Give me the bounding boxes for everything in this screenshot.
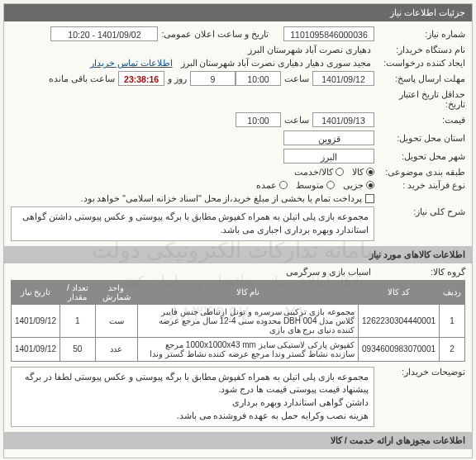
buyer-notes-label: توضیحات خریدار:: [374, 367, 465, 377]
th-row: ردیف: [440, 280, 465, 304]
group-topic-label: طبقه بندی موضوعی:: [374, 167, 465, 177]
price-label: قیمت:: [374, 115, 465, 125]
items-table: ردیف کد کالا نام کالا واحد شمارش تعداد /…: [11, 280, 465, 362]
table-row: 1 1262230304440001 مجموعه بازی ترکیبی سر…: [12, 304, 465, 337]
goods-group-label: گروه کالا:: [374, 267, 465, 277]
th-qty: تعداد / مقدار: [60, 280, 96, 304]
items-section-header: اطلاعات کالاهای مورد نیاز: [4, 246, 472, 263]
province-value: قزوین: [283, 130, 374, 145]
contact-link[interactable]: اطلاعات تماس خریدار: [90, 58, 173, 68]
hour-label-2: ساعت: [281, 115, 312, 125]
pay-checkbox[interactable]: [365, 194, 374, 203]
need-no-label: شماره نیاز:: [374, 29, 465, 39]
city-label: شهر محل تحویل:: [374, 151, 465, 161]
table-header-row: ردیف کد کالا نام کالا واحد شمارش تعداد /…: [12, 280, 465, 304]
province-label: استان محل تحویل:: [374, 133, 465, 143]
days-remain: 9: [190, 71, 236, 86]
th-unit: واحد شمارش: [95, 280, 137, 304]
buy-process-label: نوع فرآیند خرید :: [374, 180, 465, 190]
radio-omde[interactable]: عمده: [256, 180, 288, 190]
general-desc-value: مجموعه بازی پلی اتیلن به همراه کفپوش مطا…: [11, 206, 374, 241]
deadline-time: 10:00: [236, 112, 281, 127]
buy-process-radios: جزیی متوسط عمده: [256, 180, 374, 190]
details-panel: جزئیات اطلاعات نیاز شماره نیاز: 11010958…: [3, 3, 473, 458]
reply-time: 10:00: [236, 71, 281, 86]
city-value: البرز: [283, 149, 374, 164]
th-code: کد کالا: [359, 280, 440, 304]
table-row: 2 0934600983070001 کفپوش پارکی لاستیکی س…: [12, 337, 465, 361]
day-and-label: روز و: [164, 74, 190, 83]
requester-label: ایجاد کننده درخواست:: [374, 58, 465, 68]
reply-deadline-label: مهلت ارسال پاسخ:: [374, 74, 465, 83]
need-no-value: 1101095846000036: [283, 26, 374, 41]
time-remain: 23:38:16: [118, 71, 164, 86]
radio-jozi[interactable]: جزیی: [343, 180, 374, 190]
deadline-start-label: حداقل تاریخ اعتبارتاریخ:: [374, 89, 465, 109]
permits-section-header: اطلاعات مجوزهای ارائه خدمت / کالا: [4, 432, 472, 449]
hour-label-1: ساعت: [281, 74, 312, 83]
device-value: دهیاری نصرت آباد شهرستان البرز: [245, 45, 374, 55]
general-desc-label: شرح کلی نیاز:: [374, 206, 465, 216]
pay-note: پرداخت تمام یا بخشی از مبلغ خرید،از محل …: [78, 193, 365, 203]
announce-label: تاریخ و ساعت اعلان عمومی:: [158, 29, 269, 39]
radio-kala-service[interactable]: کالا/خدمت: [294, 167, 344, 177]
radio-motavaset[interactable]: متوسط: [296, 180, 335, 190]
remain-label: ساعت باقی مانده: [45, 74, 118, 83]
announce-value: 1401/09/02 - 10:20: [50, 26, 158, 41]
device-label: نام دستگاه خریدار:: [374, 45, 465, 55]
radio-kala[interactable]: کالا: [352, 167, 374, 177]
goods-group-value: اسباب بازی و سرگرمی: [283, 267, 374, 277]
reply-date: 1401/09/12: [312, 71, 374, 86]
th-date: تاریخ نیاز: [12, 280, 60, 304]
buyer-notes-value: مجموعه بازی پلی اتیلن به همراه کفپوش مطا…: [11, 367, 374, 427]
group-topic-radios: کالا کالا/خدمت: [294, 167, 374, 177]
th-name: نام کالا: [137, 280, 358, 304]
requester-value: مجید سوری دهیار دهیاری نصرت آباد شهرستان…: [178, 58, 374, 68]
panel-title: جزئیات اطلاعات نیاز: [4, 4, 472, 21]
deadline-date: 1401/09/13: [312, 112, 374, 127]
